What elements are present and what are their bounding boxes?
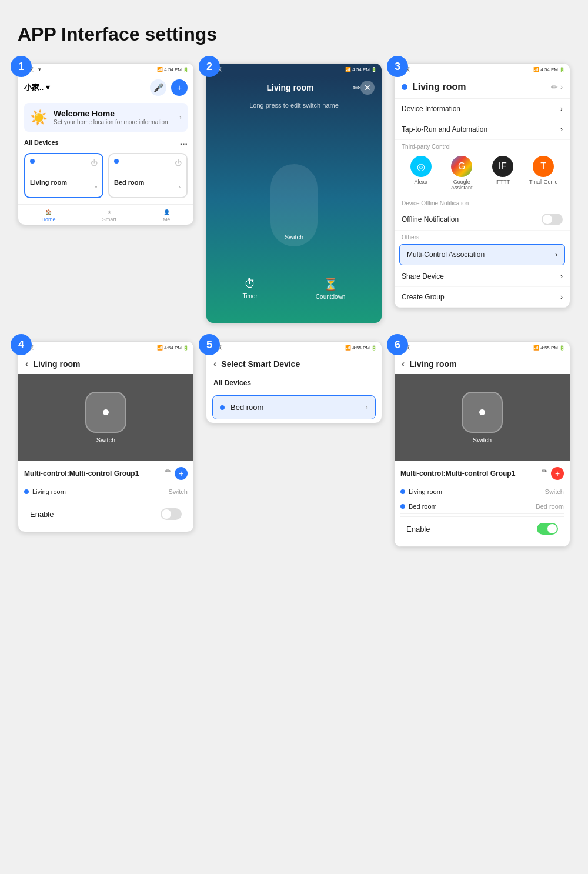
round-switch-6[interactable] [462, 392, 503, 433]
tmall-label: Tmall Genie [529, 179, 558, 185]
ifttt-icon: IF [492, 156, 513, 177]
google-label: Google Assistant [443, 179, 482, 191]
room-edit-icon[interactable]: ✏ [551, 82, 558, 92]
select-header-5: All Devices [206, 374, 382, 392]
menu-device-info-label: Device Information [402, 105, 460, 113]
menu-device-info[interactable]: Device Information › [395, 99, 570, 119]
mc-room-4-0: Living room [32, 488, 66, 495]
countdown-btn[interactable]: ⏳ Countdown [316, 277, 346, 300]
status-bar-5: 小家.. 📶 4:55 PM 🔋 [206, 342, 382, 354]
tp-google[interactable]: G Google Assistant [443, 156, 482, 191]
step-badge-3: 3 [387, 56, 408, 77]
device-select-label: Bed room [230, 403, 263, 412]
enable-row-6: Enable [400, 516, 564, 541]
device-dot-select [220, 405, 225, 410]
mic-icon[interactable]: 🎤 [150, 79, 166, 96]
screen-5-wrapper: 5 小家.. 📶 4:55 PM 🔋 ‹ Select Smart Device… [206, 341, 382, 547]
nav-me-label: Me [163, 216, 171, 222]
switch-label-2: Switch [285, 233, 303, 241]
enable-toggle-4[interactable] [161, 508, 182, 520]
countdown-label: Countdown [316, 293, 346, 300]
back-arrow-5[interactable]: ‹ [213, 359, 216, 369]
close-btn-2[interactable]: ✕ [360, 81, 375, 95]
mc-dot-4-0 [24, 489, 29, 494]
screen6-header: ‹ Living room [395, 354, 570, 374]
nav-home[interactable]: 🏠 Home [42, 209, 56, 222]
timer-btn[interactable]: ⏱ Timer [243, 277, 258, 300]
menu-multi-control[interactable]: Multi-Control Association › [399, 244, 565, 265]
room-dot [402, 84, 407, 90]
menu-create-group[interactable]: Create Group › [395, 287, 570, 308]
status-icons-3: 📶 4:54 PM 🔋 [533, 67, 565, 72]
dot-4 [103, 409, 109, 415]
nav-me[interactable]: 👤 Me [163, 209, 171, 222]
menu-create-group-arrow: › [560, 293, 563, 301]
tp-ifttt[interactable]: IF IFTTT [483, 156, 522, 191]
sun-icon: ☀️ [30, 109, 48, 126]
menu-automation[interactable]: Tap-to-Run and Automation › [395, 119, 570, 140]
offline-notification-label: Offline Notification [402, 215, 459, 223]
switch-device[interactable]: Switch [270, 164, 318, 246]
all-devices-label: All Devices [24, 139, 59, 149]
status-icons-2: 📶 4:54 PM 🔋 [345, 67, 377, 72]
nav-smart-label: Smart [102, 216, 116, 222]
third-party-label: Third-party Control [395, 140, 570, 152]
screen-3-wrapper: 3 小家.. 📶 4:54 PM 🔋 Living room ✏ › Devic… [394, 63, 570, 323]
back-arrow-6[interactable]: ‹ [402, 359, 405, 369]
screen2-title: Living room [228, 83, 353, 92]
tp-tmall[interactable]: T Tmall Genie [524, 156, 563, 191]
back-arrow-4[interactable]: ‹ [25, 359, 28, 369]
edit-icon-2[interactable]: ✏ [353, 82, 360, 94]
enable-label-6: Enable [406, 525, 430, 533]
countdown-icon: ⏳ [323, 277, 338, 291]
status-icons-6: 📶 4:55 PM 🔋 [533, 345, 565, 351]
screen-6: 小家.. 📶 4:55 PM 🔋 ‹ Living room Switch [394, 341, 570, 547]
welcome-banner: ☀️ Welcome Home Set your home location f… [24, 103, 188, 132]
status-icons-4: 📶 4:54 PM 🔋 [157, 345, 189, 351]
offline-toggle[interactable] [542, 214, 563, 225]
mc-val-6-0: Switch [545, 488, 564, 495]
menu-create-group-label: Create Group [402, 293, 445, 301]
chevron-living: ˅ [30, 186, 98, 192]
enable-label-4: Enable [30, 510, 54, 519]
more-icon[interactable]: ··· [180, 139, 188, 149]
bottom-nav-1: 🏠 Home ☀ Smart 👤 Me [18, 204, 193, 225]
tp-alexa[interactable]: ◎ Alexa [402, 156, 440, 191]
mc-title-6: Multi-control:Multi-control Group1 [400, 469, 515, 478]
nav-home-label: Home [42, 216, 56, 222]
screen-4: 小家.. 📶 4:54 PM 🔋 ‹ Living room Switch [18, 341, 194, 532]
device-dot-living [30, 159, 35, 164]
step-badge-4: 4 [11, 334, 32, 355]
room-chevron-icon: › [560, 83, 563, 91]
device-card-living[interactable]: ⏻ Living room ˅ [24, 153, 103, 198]
welcome-arrow-icon[interactable]: › [179, 114, 182, 122]
page-title: APP Interface settings [18, 24, 570, 45]
add-icon[interactable]: + [171, 79, 188, 96]
status-icons-5: 📶 4:55 PM 🔋 [345, 345, 377, 351]
menu-share-device[interactable]: Share Device › [395, 266, 570, 287]
device-display-4: Switch [18, 374, 193, 461]
status-bar-6: 小家.. 📶 4:55 PM 🔋 [395, 342, 570, 354]
home-label: 小家.. ▾ [24, 82, 50, 93]
mc-val-4-0: Switch [169, 488, 188, 495]
device-select-bedroom[interactable]: Bed room › [212, 395, 376, 419]
nav-smart[interactable]: ☀ Smart [102, 209, 116, 222]
room-name-3: Living room [412, 82, 551, 92]
round-switch-4[interactable] [85, 392, 126, 433]
switch-text-6: Switch [473, 436, 492, 443]
mc-title-4: Multi-control:Multi-control Group1 [24, 469, 139, 478]
screen-4-wrapper: 4 小家.. 📶 4:54 PM 🔋 ‹ Living room [18, 341, 194, 547]
device-dot-bedroom [114, 159, 119, 164]
timer-label: Timer [243, 293, 258, 299]
enable-toggle-6[interactable] [537, 523, 558, 535]
mc-edit-6[interactable]: ✏ [542, 467, 547, 480]
screen2-header: Living room ✏ ✕ [206, 76, 382, 99]
device-card-bedroom[interactable]: ⏻ Bed room ˅ [108, 153, 188, 198]
chevron-bedroom: ˅ [114, 186, 182, 192]
mc-room-6-0: Living room [409, 488, 442, 495]
mc-header-4: Multi-control:Multi-control Group1 ✏ + [24, 467, 188, 480]
mc-add-6[interactable]: + [551, 467, 564, 480]
mc-add-4[interactable]: + [175, 467, 188, 480]
offline-label: Device Offline Notification [395, 196, 570, 209]
mc-edit-4[interactable]: ✏ [165, 467, 171, 480]
